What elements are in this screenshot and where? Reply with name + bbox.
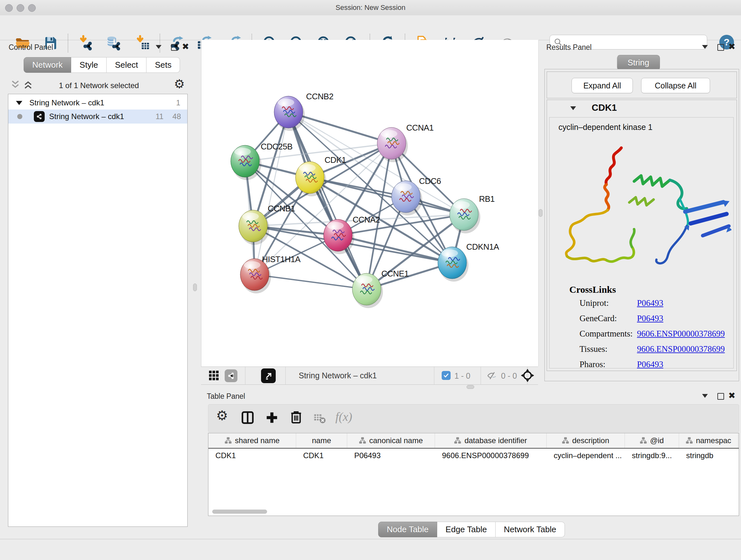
column-header-description[interactable]: description xyxy=(547,433,625,448)
tab-sets[interactable]: Sets xyxy=(146,57,180,73)
collection-expand-icon[interactable] xyxy=(16,101,22,105)
tab-network[interactable]: Network xyxy=(23,57,71,73)
crosslink-label: Uniprot: xyxy=(580,298,609,308)
node-CDKN1A[interactable] xyxy=(438,247,467,279)
window-title: Session: New Session xyxy=(0,0,741,15)
delete-column-icon[interactable] xyxy=(289,410,304,426)
import-database-icon[interactable] xyxy=(105,35,122,51)
crosslink-row: Compartments:9606.ENSP00000378699 xyxy=(549,329,733,344)
network-selection-status: 1 of 1 Network selected xyxy=(38,81,159,90)
table-cell[interactable]: 9606.ENSP00000378699 xyxy=(435,449,547,462)
network-row-selected[interactable]: String Network – cdk1 11 48 xyxy=(8,110,187,124)
hidden-counts: 0 - 0 xyxy=(501,371,517,381)
control-panel-float-icon[interactable] xyxy=(171,44,178,51)
add-column-icon[interactable] xyxy=(265,410,279,426)
main-toolbar: ? xyxy=(0,15,741,40)
tab-network-table[interactable]: Network Table xyxy=(495,522,565,537)
collapse-all-button[interactable]: Collapse All xyxy=(641,78,710,93)
crosslink-value[interactable]: 9606.ENSP00000378699 xyxy=(637,329,725,339)
results-panel-float-icon[interactable] xyxy=(718,44,724,51)
crosslinks-title: CrossLinks xyxy=(569,284,616,295)
status-bar: Memory xyxy=(0,539,741,560)
delete-table-icon[interactable] xyxy=(313,412,327,426)
expand-all-button[interactable]: Expand All xyxy=(571,78,633,93)
collapse-all-networks-icon[interactable] xyxy=(23,80,33,91)
column-header-label: @id xyxy=(650,436,664,445)
crosslink-row: GeneCard:P06493 xyxy=(549,314,733,329)
shared-column-icon xyxy=(562,437,569,444)
results-buttons-box: Expand All Collapse All xyxy=(547,71,737,98)
table-cell[interactable]: CDK1 xyxy=(208,449,296,462)
tab-node-table[interactable]: Node Table xyxy=(378,522,437,537)
node-CCNA1[interactable] xyxy=(377,127,406,159)
results-panel-close-icon[interactable]: ✖ xyxy=(728,42,736,51)
import-network-icon[interactable] xyxy=(77,35,94,51)
crosslink-value[interactable]: 9606.ENSP00000378699 xyxy=(637,344,725,354)
open-in-window-icon[interactable] xyxy=(261,368,276,383)
table-horizontal-scrollbar[interactable] xyxy=(210,509,736,514)
scrollbar-thumb[interactable] xyxy=(212,509,267,514)
table-panel-close-icon[interactable]: ✖ xyxy=(728,391,736,400)
node-CDC6[interactable] xyxy=(392,181,420,212)
table-cell[interactable]: stringdb xyxy=(679,449,738,462)
tab-style[interactable]: Style xyxy=(71,57,107,73)
column-header-shared-name[interactable]: shared name xyxy=(208,433,296,448)
node-CCNB1[interactable] xyxy=(239,210,267,242)
table-panel-float-icon[interactable] xyxy=(718,393,724,400)
control-panel-collapse-icon[interactable] xyxy=(156,45,161,49)
column-header-canonical-name[interactable]: canonical name xyxy=(347,433,435,448)
crosslink-label: Tissues: xyxy=(580,344,608,354)
table-cell[interactable]: cyclin–dependent ... xyxy=(547,449,625,462)
crosslink-label: Compartments: xyxy=(580,329,632,339)
node-CDK1[interactable] xyxy=(295,162,324,193)
statusbar-separator xyxy=(285,367,286,384)
show-columns-icon[interactable] xyxy=(240,410,255,426)
crosslink-row: Tissues:9606.ENSP00000378699 xyxy=(549,344,733,360)
horizontal-splitter-handle[interactable] xyxy=(467,385,474,389)
node-table: shared namenamecanonical namedatabase id… xyxy=(208,433,739,516)
node-CCNA2[interactable] xyxy=(324,219,352,251)
entry-collapse-icon[interactable] xyxy=(570,106,576,110)
control-panel-close-icon[interactable]: ✖ xyxy=(182,42,189,51)
column-header-name[interactable]: name xyxy=(296,433,347,448)
crosslink-value[interactable]: P06493 xyxy=(637,360,664,369)
tab-string[interactable]: String xyxy=(617,55,660,71)
table-row[interactable]: CDK1CDK1P064939606.ENSP00000378699cyclin… xyxy=(208,449,739,462)
results-panel-collapse-icon[interactable] xyxy=(702,45,708,49)
table-header-row: shared namenamecanonical namedatabase id… xyxy=(208,433,739,449)
right-splitter-handle[interactable] xyxy=(539,209,542,217)
tab-select[interactable]: Select xyxy=(107,57,146,73)
node-CCNE1[interactable] xyxy=(352,273,381,305)
entry-gene-name: CDK1 xyxy=(592,103,617,113)
toolbar-separator xyxy=(159,34,160,52)
network-canvas[interactable]: CCNB2CCNA1CDC25BCDK1CDC6RB1CCNB1CCNA2CDK… xyxy=(201,40,539,367)
import-table-icon[interactable] xyxy=(134,35,151,51)
column-header-database-identifier[interactable]: database identifier xyxy=(435,433,547,448)
table-cell[interactable]: stringdb:9... xyxy=(625,449,679,462)
table-panel-collapse-icon[interactable] xyxy=(702,394,708,398)
grid-view-icon[interactable] xyxy=(208,370,219,382)
network-collection-row[interactable]: String Network – cdk1 1 xyxy=(8,96,187,110)
node-label-CDKN1A: CDKN1A xyxy=(466,242,499,252)
selected-counts: 1 - 0 xyxy=(455,371,470,381)
crosslink-value[interactable]: P06493 xyxy=(637,314,664,323)
column-header--id[interactable]: @id xyxy=(625,433,679,448)
node-CDC25B[interactable] xyxy=(231,145,259,177)
birdseye-view-icon[interactable] xyxy=(225,369,238,382)
statusbar-separator xyxy=(245,367,246,384)
hidden-eye-icon[interactable] xyxy=(486,371,497,382)
tab-edge-table[interactable]: Edge Table xyxy=(437,522,495,537)
network-options-gear-icon[interactable]: ⚙ xyxy=(174,78,185,90)
node-RB1[interactable] xyxy=(450,199,478,231)
node-CCNB2[interactable] xyxy=(274,96,303,128)
table-cell[interactable]: P06493 xyxy=(347,449,435,462)
table-cell[interactable]: CDK1 xyxy=(296,449,347,462)
column-header-namespac[interactable]: namespac xyxy=(679,433,738,448)
left-splitter-handle[interactable] xyxy=(193,284,197,291)
crosslink-value[interactable]: P06493 xyxy=(637,298,664,308)
fit-crosshair-icon[interactable] xyxy=(520,368,535,384)
table-settings-gear-icon[interactable]: ⚙ xyxy=(216,409,228,422)
selected-checkbox-icon[interactable] xyxy=(442,371,451,380)
expand-all-networks-icon[interactable] xyxy=(10,80,20,91)
function-builder-icon[interactable]: f(x) xyxy=(335,410,352,424)
